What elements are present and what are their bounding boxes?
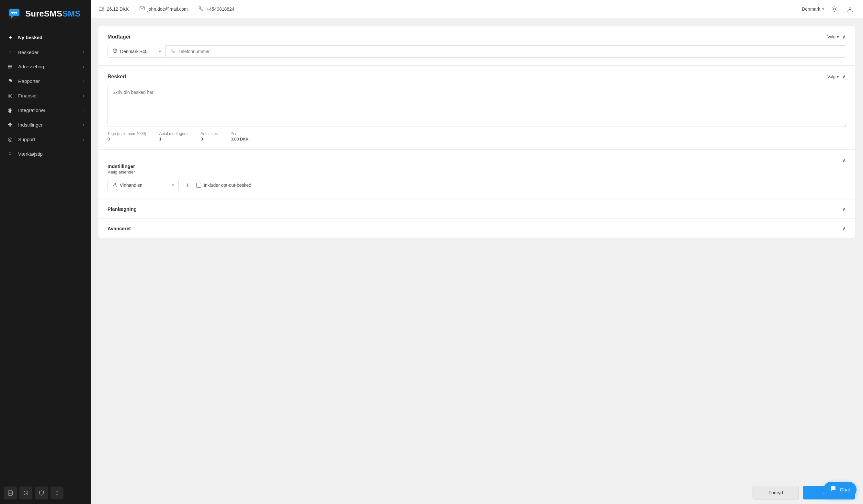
email-text: john.doe@mail.com	[148, 7, 188, 12]
sidebar-item-integrations[interactable]: ◉ Integrationer ›	[0, 103, 91, 117]
logo-icon	[7, 6, 22, 21]
balance-item: 26,12 DKK	[98, 5, 129, 13]
price-label: Pris	[230, 131, 249, 136]
advanced-collapse-button[interactable]: ∧	[842, 225, 846, 231]
sidebar-item-label: Beskeder	[18, 50, 39, 55]
footer-bar: Fortryd Send	[91, 481, 863, 504]
sender-value-text: Vinhandlen	[120, 182, 142, 188]
sidebar-item-address-book[interactable]: ▤ Adressebog ›	[0, 59, 91, 74]
address-book-icon: ▤	[7, 63, 14, 70]
message-valg-button[interactable]: Valg ▾	[827, 74, 839, 79]
planning-section[interactable]: Planlægning ∧	[98, 199, 855, 219]
wallet-icon	[98, 5, 104, 13]
user-icon-btn[interactable]	[845, 4, 855, 14]
cancel-button[interactable]: Fortryd	[753, 486, 799, 500]
price-value: 0,00 DKK	[230, 137, 249, 141]
sidebar-item-messages[interactable]: ○ Beskeder ›	[0, 45, 91, 59]
sidebar-nav: ＋ Ny besked ○ Beskeder › ▤ Adressebog › …	[0, 27, 91, 482]
sidebar-item-new-msg[interactable]: ＋ Ny besked	[0, 30, 91, 45]
phone-input-wrap	[166, 45, 846, 58]
country-dropdown[interactable]: Denmark,+45 ▾	[108, 45, 166, 58]
sidebar-item-label: Værktøjstip	[18, 151, 43, 157]
planning-title: Planlægning	[108, 206, 137, 212]
message-collapse-button[interactable]: ∧	[842, 74, 846, 80]
message-section-controls: Valg ▾ ∧	[827, 74, 846, 80]
svg-line-12	[26, 493, 27, 494]
balance-text: 26,12 DKK	[107, 7, 129, 12]
phone-input-icon	[170, 49, 175, 54]
phone-item: +4540818824	[198, 5, 235, 13]
country-selector[interactable]: Denmark ▾	[802, 7, 824, 12]
phone-number-input[interactable]	[178, 49, 841, 54]
price-stat: Pris 0,00 DKK	[230, 131, 249, 141]
sms-count-stat: Antal sms 0	[200, 131, 217, 141]
chevron-right-icon: ›	[83, 123, 84, 127]
chars-value: 0	[108, 137, 146, 141]
settings-section-title: Indstillinger	[108, 163, 846, 169]
sender-dropdown[interactable]: Vinhandlen ▾	[108, 179, 179, 191]
gear-icon: ✤	[7, 122, 14, 128]
svg-point-6	[15, 12, 17, 14]
bottom-icon-doc[interactable]	[4, 487, 17, 500]
chevron-right-icon: ›	[83, 64, 84, 69]
sidebar-item-financial[interactable]: ◎ Finansiel ›	[0, 88, 91, 103]
recipients-label: Antal modtagere	[159, 131, 187, 136]
country-value-text: Denmark,+45	[120, 49, 147, 54]
settings-icon-btn[interactable]	[829, 4, 840, 14]
content-area: Modtager Valg ▾ ∧ Denmark,+45	[91, 18, 863, 504]
chat-bubble[interactable]: Chat	[824, 482, 856, 497]
recipient-section-title: Modtager	[108, 34, 131, 40]
chat-bubble-icon: ○	[7, 49, 14, 55]
message-stats: Tegn (maximum 4000) 0 Antal modtagere 1 …	[108, 131, 846, 141]
svg-point-23	[114, 183, 116, 185]
message-section: Besked Valg ▾ ∧ Tegn (maximum 4000) 0	[98, 66, 855, 150]
sidebar-item-reports[interactable]: ⚑ Rapporter ›	[0, 74, 91, 88]
sidebar-item-label: Integrationer	[18, 108, 45, 113]
dollar-icon: ◎	[7, 92, 14, 99]
plus-icon: ＋	[7, 34, 14, 41]
email-icon	[139, 5, 145, 13]
phone-text: +4540818824	[207, 7, 235, 12]
sms-count-label: Antal sms	[200, 131, 217, 136]
bottom-icon-transfer[interactable]	[51, 487, 63, 500]
chars-stat: Tegn (maximum 4000) 0	[108, 131, 146, 141]
message-textarea[interactable]	[108, 85, 846, 127]
bottom-icon-clock[interactable]	[20, 487, 33, 500]
advanced-title: Avanceret	[108, 226, 131, 231]
svg-point-19	[849, 7, 851, 9]
settings-section: ∧ Indstillinger Vælg afsender Vinhandlen…	[98, 150, 855, 199]
chevron-right-icon: ›	[83, 93, 84, 98]
add-sender-button[interactable]: +	[183, 180, 192, 190]
sidebar: SureSMSSMS ＋ Ny besked ○ Beskeder › ▤ Ad…	[0, 0, 91, 504]
sidebar-item-tools[interactable]: ○ Værktøjstip	[0, 147, 91, 161]
opt-out-label[interactable]: Inkluder opt-out-besked	[196, 182, 251, 188]
chevron-right-icon: ›	[83, 108, 84, 113]
recipient-collapse-button[interactable]: ∧	[842, 34, 846, 40]
sidebar-item-support[interactable]: ◎ Support ›	[0, 132, 91, 147]
planning-collapse-button[interactable]: ∧	[842, 206, 846, 212]
message-section-header: Besked Valg ▾ ∧	[108, 74, 846, 80]
valg-label: Valg	[827, 34, 836, 39]
chevron-right-icon: ›	[83, 79, 84, 84]
svg-point-18	[834, 8, 836, 10]
tools-icon: ○	[7, 151, 14, 157]
advanced-section[interactable]: Avanceret ∧	[98, 219, 855, 238]
sidebar-item-settings[interactable]: ✤ Indstillinger ›	[0, 117, 91, 132]
chars-label: Tegn (maximum 4000)	[108, 131, 146, 136]
chevron-down-icon: ▾	[172, 183, 174, 187]
sidebar-item-label: Indstillinger	[18, 122, 43, 127]
svg-point-4	[11, 12, 13, 14]
recipient-valg-button[interactable]: Valg ▾	[827, 34, 839, 39]
settings-collapse-button[interactable]: ∧	[842, 157, 846, 163]
opt-out-checkbox[interactable]	[196, 183, 201, 188]
valg-label: Valg	[827, 74, 836, 79]
message-section-title: Besked	[108, 74, 126, 80]
svg-rect-7	[9, 491, 13, 495]
recipient-row: Denmark,+45 ▾	[108, 45, 846, 58]
main-area: 26,12 DKK john.doe@mail.com +4540818824 …	[91, 0, 863, 504]
opt-out-text: Inkluder opt-out-besked	[204, 182, 251, 188]
country-text: Denmark	[802, 7, 820, 12]
bottom-icon-shield[interactable]	[35, 487, 48, 500]
phone-icon	[198, 5, 204, 13]
recipient-section-header: Modtager Valg ▾ ∧	[108, 34, 846, 40]
